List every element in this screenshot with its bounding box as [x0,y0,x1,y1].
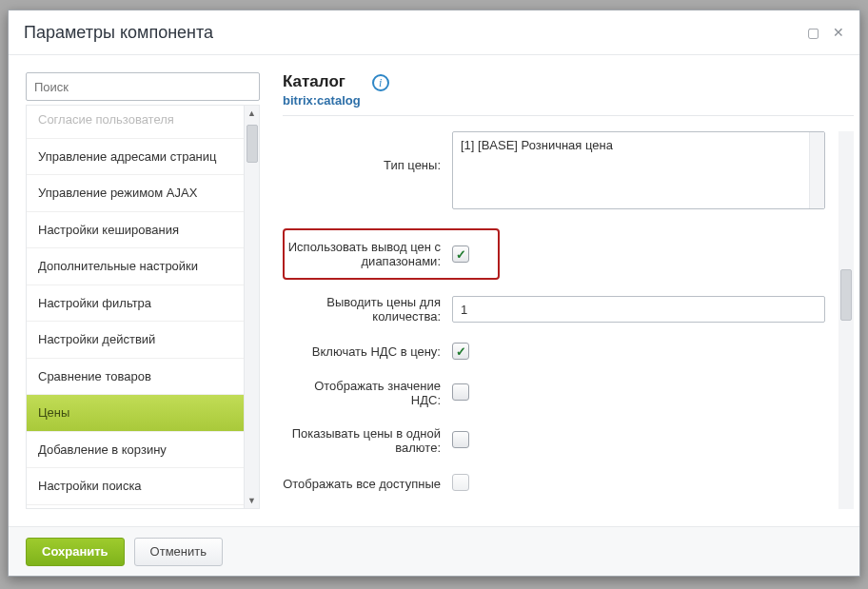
scroll-up-icon[interactable]: ▲ [245,106,259,121]
checkbox-price-ranges[interactable] [452,245,469,263]
dialog-body: Согласие пользователя Управление адресам… [9,55,859,526]
select-scrollbar[interactable] [809,132,824,208]
label-single-currency: Показывать цены в одной валюте: [283,426,452,455]
label-qty-output: Выводить цены для количества: [283,295,452,324]
scroll-thumb[interactable] [247,125,258,163]
dialog: Параметры компонента ▢ ✕ Согласие пользо… [8,10,860,577]
sidebar-list-wrap: Согласие пользователя Управление адресам… [26,105,260,509]
main-scrollbar[interactable] [838,131,854,509]
price-type-select[interactable]: [1] [BASE] Розничная цена [452,131,825,209]
field-price-ranges: Использовать вывод цен с диапазонами: [283,228,500,280]
field-vat-show: Отображать значение НДС: [283,379,825,407]
heading-block: Каталог bitrix:catalog [283,72,361,108]
sidebar-item[interactable]: Настройки ТОР'а [27,505,244,508]
form-area: Тип цены: [1] [BASE] Розничная цена Испо… [283,131,854,509]
sidebar-scrollbar[interactable]: ▲ ▼ [244,106,259,508]
sidebar-item[interactable]: Настройки фильтра [27,285,244,323]
sidebar: Согласие пользователя Управление адресам… [26,72,260,509]
sidebar-item[interactable]: Согласие пользователя [27,111,244,139]
window-controls: ▢ ✕ [807,26,844,39]
main-header: Каталог bitrix:catalog i [283,72,854,116]
search-box[interactable] [26,72,260,101]
info-icon[interactable]: i [372,74,389,91]
checkbox-vat-include[interactable] [452,343,469,360]
sidebar-item[interactable]: Дополнительные настройки [27,248,244,285]
sidebar-item[interactable]: Настройки кеширования [27,212,244,249]
titlebar: Параметры компонента ▢ ✕ [9,10,859,55]
field-price-type: Тип цены: [1] [BASE] Розничная цена [283,131,825,209]
label-price-ranges: Использовать вывод цен с диапазонами: [285,240,452,268]
sidebar-list: Согласие пользователя Управление адресам… [27,106,244,508]
sidebar-item[interactable]: Настройки действий [27,322,244,359]
sidebar-item[interactable]: Управление режимом AJAX [27,175,244,212]
field-show-all-available: Отображать все доступные [283,474,825,494]
label-show-all-available: Отображать все доступные [283,477,452,491]
field-vat-include: Включать НДС в цену: [283,343,825,360]
close-icon[interactable]: ✕ [833,26,844,39]
main-scroll-thumb[interactable] [840,269,852,321]
label-vat-show: Отображать значение НДС: [283,379,452,407]
component-title: Каталог [283,72,361,91]
maximize-icon[interactable]: ▢ [807,26,819,39]
field-single-currency: Показывать цены в одной валюте: [283,426,825,455]
sidebar-item[interactable]: Настройки поиска [27,468,244,505]
sidebar-item[interactable]: Сравнение товаров [27,359,244,396]
checkbox-single-currency[interactable] [452,431,469,448]
footer: Сохранить Отменить [9,526,859,576]
sidebar-item-prices[interactable]: Цены [27,395,244,432]
select-option[interactable]: [1] [BASE] Розничная цена [453,132,824,158]
input-qty-output[interactable] [452,296,825,323]
sidebar-item[interactable]: Добавление в корзину [27,432,244,469]
label-price-type: Тип цены: [283,131,452,172]
scroll-down-icon[interactable]: ▼ [245,493,259,508]
checkbox-vat-show[interactable] [452,383,469,401]
form-scroll: Тип цены: [1] [BASE] Розничная цена Испо… [283,131,838,509]
label-vat-include: Включать НДС в цену: [283,344,452,359]
field-qty-output: Выводить цены для количества: [283,295,825,324]
search-input[interactable] [34,80,251,94]
save-button[interactable]: Сохранить [26,538,125,566]
dialog-title: Параметры компонента [24,23,213,43]
sidebar-item[interactable]: Управление адресами страниц [27,139,244,176]
main-panel: Каталог bitrix:catalog i Тип цены: [1] [… [260,72,859,509]
component-code: bitrix:catalog [283,93,361,108]
checkbox-show-all-available[interactable] [452,474,469,491]
cancel-button[interactable]: Отменить [134,538,223,566]
